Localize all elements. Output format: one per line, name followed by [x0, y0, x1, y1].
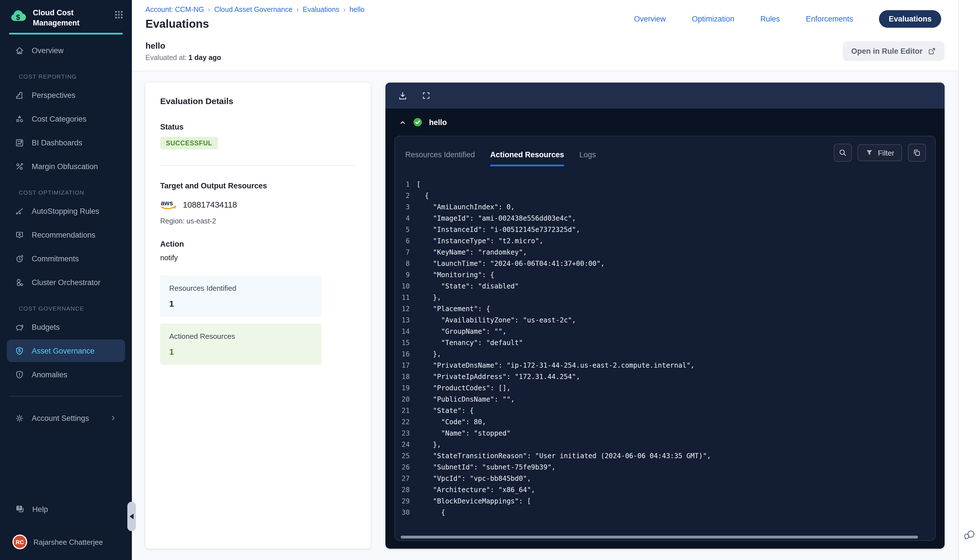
line-number: 25 [400, 450, 410, 462]
sidebar-item-anomalies[interactable]: Anomalies [7, 363, 125, 386]
sidebar-item-margin-obfuscation[interactable]: Margin Obfuscation [7, 155, 125, 178]
open-in-rule-editor-label: Open in Rule Editor [851, 47, 923, 55]
help-chat-icon: ? [15, 504, 25, 514]
breadcrumb-link-account-ccm-ng[interactable]: Account: CCM-NG [145, 6, 204, 13]
line-number: 29 [400, 495, 410, 507]
filter-button[interactable]: Filter [858, 144, 902, 161]
horizontal-scrollbar[interactable] [401, 536, 918, 538]
autostop-icon [15, 206, 24, 216]
code-line: 7 "KeyName": "randomkey", [400, 247, 935, 258]
right-rail [958, 0, 978, 560]
line-number: 12 [400, 303, 410, 315]
sidebar-item-budgets[interactable]: Budgets [7, 316, 125, 338]
sidebar-nav: OverviewCOST REPORTINGPerspectivesCost C… [0, 39, 132, 386]
sidebar-item-label: BI Dashboards [32, 138, 82, 147]
line-number: 14 [400, 326, 410, 337]
tabs-row: Resources IdentifiedActioned ResourcesLo… [395, 136, 935, 166]
chart-icon [15, 90, 24, 100]
breadcrumb-link-evaluations[interactable]: Evaluations [303, 6, 339, 13]
fullscreen-icon[interactable] [422, 91, 431, 100]
help-button[interactable]: ? Help [7, 500, 125, 518]
open-in-rule-editor-button[interactable]: Open in Rule Editor [843, 41, 945, 61]
sidebar-item-cost-categories[interactable]: Cost Categories [7, 107, 125, 130]
line-text: "ProductCodes": [], [417, 382, 511, 394]
sidebar-item-autostopping-rules[interactable]: AutoStopping Rules [7, 200, 125, 222]
module-accent-bar [9, 33, 123, 35]
line-number: 23 [400, 428, 410, 439]
sidebar-item-asset-governance[interactable]: $Asset Governance [7, 339, 125, 362]
tab-actioned-resources[interactable]: Actioned Resources [490, 150, 564, 166]
nav-link-optimization[interactable]: Optimization [692, 15, 734, 23]
details-title: Evaluation Details [160, 96, 356, 106]
search-button[interactable] [834, 144, 852, 162]
sidebar-item-label: Budgets [32, 323, 60, 331]
code-line: 22 "Code": 80, [400, 416, 935, 428]
line-text: "InstanceId": "i-00512145e7372325d", [417, 224, 580, 235]
code-line: 5 "InstanceId": "i-00512145e7372325d", [400, 224, 935, 235]
sidebar-item-cluster-orchestrator[interactable]: Cluster Orchestrator [7, 271, 125, 293]
breadcrumb-link-hello[interactable]: hello [349, 6, 364, 13]
target-region: Region: us-east-2 [160, 217, 356, 225]
code-line: 23 "Name": "stopped" [400, 428, 935, 439]
line-text: "InstanceType": "t2.micro", [417, 235, 543, 247]
line-text: "StateTransitionReason": "User initiated… [417, 450, 711, 462]
code-line: 13 "AvailabilityZone": "us-east-2c", [400, 315, 935, 326]
app-grid-icon[interactable] [114, 10, 124, 20]
line-number: 10 [400, 280, 410, 292]
line-text: "ImageId": "ami-002438e556dd03e4c", [417, 213, 576, 224]
code-line: 26 "SubnetId": "subnet-75fe9b39", [400, 462, 935, 473]
copy-button[interactable] [908, 144, 926, 162]
collapse-arrow-icon [130, 513, 134, 519]
stat-value: 1 [169, 299, 312, 308]
sidebar-item-label: Cluster Orchestrator [32, 278, 100, 287]
json-code-view[interactable]: 1[2 {3 "AmiLaunchIndex": 0,4 "ImageId": … [395, 166, 935, 540]
stats-list: Resources Identified1Actioned Resources1 [160, 275, 356, 365]
status-label: Status [160, 123, 356, 131]
action-label: Action [160, 240, 356, 248]
line-number: 6 [400, 235, 410, 247]
main-area: Account: CCM-NG›Cloud Asset Governance›E… [132, 0, 958, 560]
line-number: 21 [400, 405, 410, 416]
nav-link-overview[interactable]: Overview [634, 15, 666, 23]
sidebar-item-account-settings[interactable]: Account Settings [7, 407, 125, 429]
stat-label: Resources Identified [169, 284, 312, 292]
sidebar-item-recommendations[interactable]: Recommendations [7, 223, 125, 246]
avatar: RC [12, 535, 27, 549]
nav-link-enforcements[interactable]: Enforcements [806, 15, 853, 23]
tab-resources-identified[interactable]: Resources Identified [405, 150, 475, 166]
sidebar-item-perspectives[interactable]: Perspectives [7, 84, 125, 106]
chevron-up-icon[interactable] [399, 118, 406, 126]
line-number: 2 [400, 190, 410, 202]
line-text: "AmiLaunchIndex": 0, [417, 202, 515, 213]
line-number: 11 [400, 292, 410, 303]
line-text: "Placement": { [417, 303, 490, 315]
evaluated-at-value: 1 day ago [189, 54, 221, 62]
line-text: "PrivateDnsName": "ip-172-31-44-254.us-e… [417, 360, 695, 371]
line-text: "AvailabilityZone": "us-east-2c", [417, 315, 576, 326]
user-menu[interactable]: RC Rajarshee Chatterjee [7, 531, 125, 553]
sidebar-item-label: Recommendations [32, 230, 95, 239]
external-link-icon [928, 47, 936, 55]
chat-bubbles-icon[interactable] [963, 528, 976, 542]
nav-link-rules[interactable]: Rules [760, 15, 780, 23]
sidebar-item-overview[interactable]: Overview [7, 39, 125, 62]
line-number: 17 [400, 360, 410, 371]
page-header: Account: CCM-NG›Cloud Asset Governance›E… [132, 0, 958, 71]
line-text: "PrivateIpAddress": "172.31.44.254", [417, 371, 580, 382]
svg-text:$: $ [18, 348, 21, 353]
sidebar-item-label: Margin Obfuscation [32, 162, 98, 170]
breadcrumb-link-cloud-asset-governance[interactable]: Cloud Asset Governance [214, 6, 293, 13]
line-number: 7 [400, 247, 410, 258]
sidebar-collapse-handle[interactable] [127, 502, 136, 531]
stat-box-actioned-resources: Actioned Resources1 [160, 323, 322, 365]
line-number: 4 [400, 213, 410, 224]
sidebar-item-commitments[interactable]: Commitments [7, 247, 125, 270]
line-number: 13 [400, 315, 410, 326]
download-icon[interactable] [398, 91, 407, 100]
tab-logs[interactable]: Logs [579, 150, 596, 166]
line-text: "Monitoring": { [417, 269, 494, 280]
line-number: 30 [400, 507, 410, 518]
sidebar-item-bi-dashboards[interactable]: BI Dashboards [7, 131, 125, 154]
sidebar-item-label: Asset Governance [32, 347, 95, 355]
nav-link-evaluations[interactable]: Evaluations [879, 10, 941, 28]
